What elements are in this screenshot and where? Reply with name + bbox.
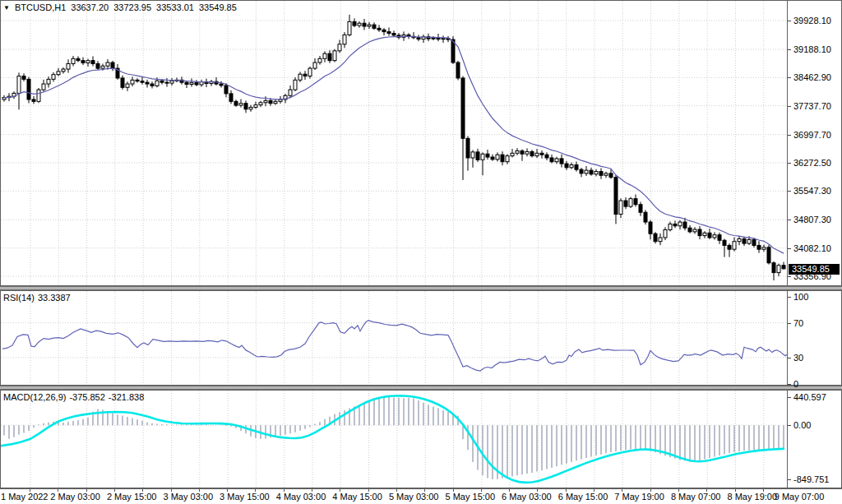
rsi-panel: RSI(14)33.3387 10070300 [0, 290, 842, 386]
price-scale[interactable]: 39928.1039188.1038462.9037737.7036997.70… [787, 1, 841, 285]
time-axis[interactable]: 1 May 20222 May 03:002 May 15:003 May 03… [0, 488, 842, 504]
price-scale-label-tick [788, 220, 791, 220]
time-axis-label: 7 May 19:00 [614, 492, 664, 502]
low-value: 33533.01 [156, 2, 194, 12]
macd-plot[interactable] [1, 391, 787, 488]
rsi-scale-label-tick [788, 358, 791, 358]
time-axis-label: 4 May 15:00 [332, 492, 382, 502]
macd-scale-label: 0.00 [793, 420, 811, 430]
time-axis-label: 6 May 03:00 [502, 492, 552, 502]
main-chart-panel: ▼BTCUSD,H133637.2033723.9533533.0133549.… [0, 0, 842, 286]
open-value: 33637.20 [71, 2, 109, 12]
macd-indicator-label: MACD(12,26,9) [3, 392, 66, 402]
symbol-dropdown-icon[interactable]: ▼ [3, 4, 10, 12]
price-scale-label-tick [788, 276, 791, 277]
price-scale-label: 34807.30 [793, 215, 831, 224]
macd-signal-value: -321.838 [109, 392, 144, 402]
time-axis-label: 2 May 15:00 [107, 492, 157, 502]
time-axis-label: 5 May 15:00 [446, 492, 496, 502]
rsi-scale-label-tick [788, 384, 791, 385]
rsi-scale-label: 100 [793, 292, 808, 302]
time-axis-label: 3 May 03:00 [164, 492, 214, 502]
macd-panel: MACD(12,26,9)-375.852-321.838 440.5970.0… [0, 390, 842, 488]
macd-main-value: -375.852 [69, 392, 104, 402]
price-scale-label: 34082.10 [793, 243, 831, 253]
time-axis-label: 8 May 07:00 [671, 492, 721, 502]
rsi-plot[interactable] [1, 291, 787, 385]
rsi-indicator-label: RSI(14) [3, 293, 35, 303]
macd-scale-label: -849.751 [793, 474, 829, 484]
main-chart-plot[interactable] [1, 1, 787, 285]
price-scale-label-tick [788, 106, 791, 107]
rsi-label-bar: RSI(14)33.3387 [3, 293, 74, 303]
high-value: 33723.95 [113, 2, 151, 12]
price-scale-label-tick [788, 21, 791, 21]
close-value: 33549.85 [199, 2, 237, 12]
current-price-tag: 33549.85 [789, 264, 840, 275]
rsi-scale-label-tick [788, 297, 791, 298]
macd-scale-label-tick [788, 397, 791, 398]
price-scale-label-tick [788, 248, 791, 249]
macd-scale[interactable]: 440.5970.00-849.751 [787, 391, 841, 488]
rsi-scale-label-tick [788, 323, 791, 324]
price-scale-label: 39188.10 [793, 44, 831, 54]
price-scale-label: 35547.30 [793, 186, 831, 196]
price-scale-label: 36997.70 [793, 130, 831, 140]
rsi-value: 33.3387 [38, 293, 71, 303]
price-scale-label: 39928.10 [793, 16, 831, 25]
price-scale-label-tick [788, 191, 791, 192]
rsi-scale-label: 0 [793, 379, 798, 389]
price-scale-label: 38462.90 [793, 72, 831, 82]
rsi-scale-label: 30 [793, 353, 803, 363]
symbol-info-bar: ▼BTCUSD,H133637.2033723.9533533.0133549.… [3, 2, 242, 12]
time-axis-label: 5 May 03:00 [389, 492, 439, 502]
time-axis-label: 2 May 03:00 [50, 492, 100, 502]
price-scale-label-tick [788, 77, 791, 78]
price-scale-label-tick [788, 49, 791, 50]
chart-window: ▼BTCUSD,H133637.2033723.9533533.0133549.… [0, 0, 842, 504]
time-axis-label: 8 May 19:00 [728, 492, 778, 502]
time-axis-label: 4 May 03:00 [276, 492, 326, 502]
macd-scale-label-tick [788, 425, 791, 426]
symbol-label: BTCUSD,H1 [15, 2, 66, 12]
price-scale-label: 36272.50 [793, 158, 831, 168]
macd-scale-label: 440.597 [793, 392, 826, 402]
time-axis-label: 1 May 2022 [1, 492, 48, 502]
price-scale-label-tick [788, 135, 791, 136]
time-axis-label: 3 May 15:00 [220, 492, 270, 502]
rsi-scale[interactable]: 10070300 [787, 291, 841, 385]
macd-scale-label-tick [788, 479, 791, 480]
macd-label-bar: MACD(12,26,9)-375.852-321.838 [3, 392, 147, 402]
price-scale-label: 37737.70 [793, 101, 831, 111]
time-axis-label: 9 May 07:00 [775, 492, 825, 502]
rsi-scale-label: 70 [793, 318, 803, 328]
price-scale-label-tick [788, 163, 791, 164]
time-axis-label: 6 May 15:00 [558, 492, 608, 502]
